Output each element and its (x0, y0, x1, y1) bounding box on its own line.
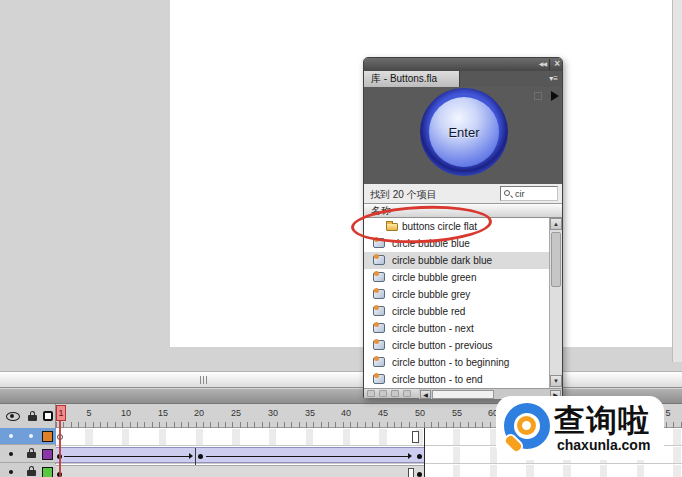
layer3-lock-icon[interactable] (27, 470, 36, 476)
hscrollbar-thumb[interactable] (432, 390, 494, 399)
show-hide-column-eye-icon[interactable] (6, 412, 20, 421)
keyframe-cell-divider (195, 448, 196, 465)
layer3-color-swatch (42, 467, 53, 477)
list-item-circle-button-to-end[interactable]: circle button - to end (364, 371, 549, 388)
ruler-label: 25 (231, 408, 241, 418)
layer2-keyframe-20[interactable] (198, 454, 203, 459)
layer-row-2-controls[interactable] (0, 446, 56, 463)
scrollbar-grip-icon[interactable] (200, 376, 209, 384)
tween-arrow-line (206, 456, 409, 457)
layer3-static-span[interactable] (56, 465, 424, 477)
name-column-header[interactable]: 名称 (364, 204, 562, 218)
logo-orange-ring (517, 416, 536, 435)
watermark: 查询啦 chaxunla.com (496, 396, 664, 460)
tween-arrowhead-icon (408, 453, 412, 459)
layer2-visibility-dot[interactable] (9, 452, 13, 456)
layer1-lock-dot[interactable] (29, 434, 33, 438)
button-symbol-icon (373, 289, 385, 299)
tween-arrowhead-icon (189, 453, 193, 459)
timeline-layer-controls (0, 404, 56, 477)
library-search-box[interactable] (500, 186, 558, 201)
library-tab[interactable]: 库 - Buttons.fla (364, 71, 460, 87)
folder-icon (386, 223, 398, 231)
panel-menu-icon[interactable]: ▾≡ (549, 74, 558, 83)
layer3-end-frame-marker[interactable] (408, 468, 414, 477)
playhead[interactable]: 1 (56, 405, 66, 421)
stage-horizontal-scrollbar[interactable] (0, 371, 682, 388)
tween-arrow-line (64, 456, 191, 457)
button-symbol-icon (373, 255, 385, 265)
symbol-preview-area: Enter (364, 87, 562, 184)
library-infobar: 找到 20 个项目 (364, 184, 562, 204)
new-symbol-button[interactable] (367, 390, 375, 397)
enter-button-label: Enter (448, 125, 479, 140)
ruler-label: 30 (268, 408, 278, 418)
list-item-circle-bubble-dark-blue[interactable]: circle bubble dark blue (364, 252, 549, 269)
library-item-list: buttons circle flat circle bubble blue c… (364, 218, 562, 388)
layer2-lock-icon[interactable] (27, 452, 36, 458)
preview-play-icon[interactable] (551, 91, 559, 101)
layer3-keyframe-50[interactable] (417, 472, 422, 477)
lock-column-lock-icon[interactable] (28, 415, 37, 421)
panel-titlebar[interactable]: ◀◀ × (364, 58, 562, 71)
search-input[interactable] (515, 187, 555, 200)
ruler-label: 5 (86, 408, 91, 418)
ruler-label: 50 (415, 408, 425, 418)
layer1-color-swatch (42, 431, 53, 442)
scroll-left-icon[interactable]: ◀ (420, 390, 431, 399)
list-item-circle-button-next[interactable]: circle button - next (364, 320, 549, 337)
ruler-label: 20 (194, 408, 204, 418)
ruler-label-partial: 5 (665, 408, 670, 418)
ruler-label: 35 (305, 408, 315, 418)
layer-row-1-controls[interactable] (0, 428, 56, 445)
delete-button[interactable] (403, 390, 411, 397)
ruler-label: 55 (452, 408, 462, 418)
button-symbol-icon (373, 323, 385, 333)
enter-button-preview: Enter (420, 88, 508, 176)
chaxunla-logo-icon (501, 403, 553, 455)
outline-column-square-icon[interactable] (43, 411, 53, 421)
list-scrollbar[interactable]: ▲ ▼ (549, 218, 562, 388)
button-symbol-icon (373, 357, 385, 367)
new-folder-button[interactable] (379, 390, 387, 397)
list-item-circle-button-previous[interactable]: circle button - previous (364, 337, 549, 354)
layer1-end-frame-marker[interactable] (412, 431, 419, 443)
close-panel-icon[interactable]: × (554, 58, 560, 69)
items-found-status: 找到 20 个项目 (370, 188, 437, 202)
list-item-buttons-circle-flat[interactable]: buttons circle flat (364, 218, 549, 235)
button-symbol-icon (373, 272, 385, 282)
library-panel: ◀◀ × 库 - Buttons.fla ▾≡ Enter 找到 20 个项目 … (363, 57, 563, 398)
list-item-circle-bubble-blue[interactable]: circle bubble blue (364, 235, 549, 252)
ruler-label: 15 (158, 408, 168, 418)
layer3-visibility-dot[interactable] (9, 470, 13, 474)
preview-resize-icon[interactable] (534, 92, 542, 100)
titlebar-divider (549, 59, 550, 70)
scroll-up-icon[interactable]: ▲ (550, 218, 562, 230)
panel-tabbar: 库 - Buttons.fla ▾≡ (364, 71, 562, 87)
list-scrollbar-thumb[interactable] (551, 232, 561, 287)
list-item-circle-bubble-green[interactable]: circle bubble green (364, 269, 549, 286)
button-symbol-icon (373, 306, 385, 316)
layer2-keyframe-50[interactable] (417, 454, 422, 459)
layer1-visibility-dot[interactable] (9, 434, 13, 438)
stage-vertical-scrollbar[interactable] (672, 0, 682, 362)
flash-workspace: 5 10 15 20 25 30 35 40 45 50 55 60 5 (0, 0, 682, 477)
layer3-frames[interactable] (56, 465, 682, 477)
scroll-down-icon[interactable]: ▼ (550, 375, 562, 387)
collapse-to-icons-icon[interactable]: ◀◀ (539, 60, 546, 67)
ruler-label: 40 (341, 408, 351, 418)
search-icon (504, 190, 510, 196)
list-item-circle-button-to-beginning[interactable]: circle button - to beginning (364, 354, 549, 371)
playhead-line[interactable] (59, 421, 61, 477)
ruler-label: 10 (121, 408, 131, 418)
button-symbol-icon (373, 238, 385, 248)
frame50-end-line (424, 428, 425, 477)
properties-button[interactable] (391, 390, 399, 397)
list-item-circle-bubble-grey[interactable]: circle bubble grey (364, 286, 549, 303)
layer-row-3-controls[interactable] (0, 464, 56, 477)
watermark-brand-text: 查询啦 (554, 400, 664, 442)
layer2-color-swatch (42, 449, 53, 460)
list-item-circle-bubble-red[interactable]: circle bubble red (364, 303, 549, 320)
layer2-motion-tween-span[interactable] (56, 447, 424, 463)
ruler-label: 45 (378, 408, 388, 418)
